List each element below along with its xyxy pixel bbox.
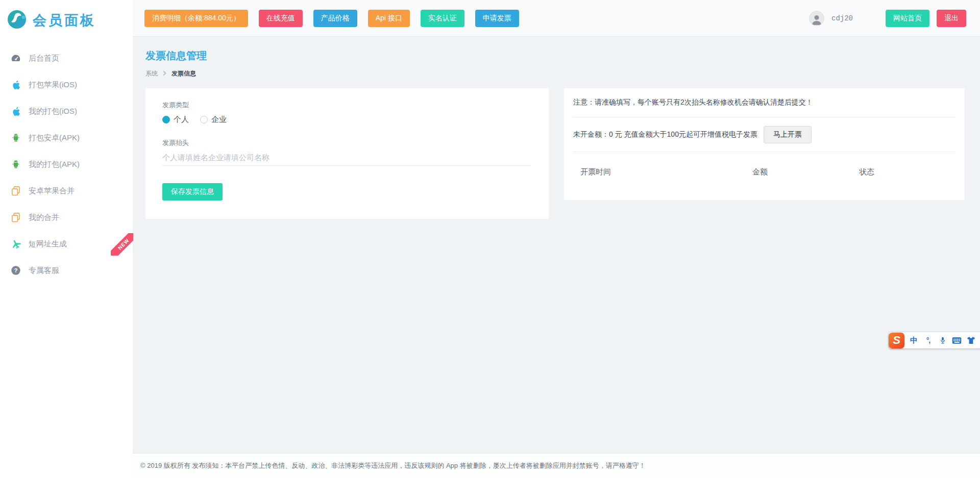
unbilled-row: 未开金额：0 元 充值金额大于100元起可开增值税电子发票 马上开票 <box>573 117 955 152</box>
topbar-buttons: 消费明细（余额:884.00元） 在线充值 产品价格 Api 接口 实名认证 申… <box>144 10 519 27</box>
sidebar-item-support[interactable]: ? 专属客服 <box>0 257 133 284</box>
sogou-logo[interactable]: S <box>889 333 904 348</box>
invoice-type-options: 个人 企业 <box>162 115 532 124</box>
sidebar-nav: 后台首页 打包苹果(iOS) 我的打包(iOS) 打包安卓(APK) 我的打包(… <box>0 41 133 284</box>
breadcrumb-root[interactable]: 系统 <box>145 69 158 78</box>
swirl-logo-icon <box>6 9 28 32</box>
keyboard-icon[interactable] <box>952 335 962 346</box>
topbar-user-area: cdj20 网站首页 退出 <box>809 10 966 27</box>
sidebar-item-label: 后台首页 <box>29 54 59 63</box>
copyright-text: © 2019 版权所有 发布须知：本平台严禁上传色情、反动、政治、非法博彩类等违… <box>140 462 646 469</box>
sidebar-item-dashboard[interactable]: 后台首页 <box>0 45 133 71</box>
radio-selected-icon[interactable] <box>162 116 170 123</box>
sidebar-item-my-apk[interactable]: 我的打包(APK) <box>0 151 133 178</box>
app-title: 会员面板 <box>33 11 96 30</box>
sidebar-item-my-ios[interactable]: 我的打包(iOS) <box>0 98 133 124</box>
product-price-button[interactable]: 产品价格 <box>313 10 357 27</box>
sidebar-item-package-apk[interactable]: 打包安卓(APK) <box>0 124 133 151</box>
bill-now-button[interactable]: 马上开票 <box>764 126 812 143</box>
sidebar-item-package-ios[interactable]: 打包苹果(iOS) <box>0 71 133 98</box>
apple-icon <box>9 106 22 117</box>
invoice-panel-card: 注意：请准确填写，每个账号只有2次抬头名称修改机会请确认清楚后提交！ 未开金额：… <box>564 88 965 200</box>
sidebar-item-label: 打包安卓(APK) <box>29 133 80 143</box>
radio-personal[interactable]: 个人 <box>162 115 189 124</box>
sidebar-item-label: 安卓苹果合并 <box>29 186 75 196</box>
invoice-header-input[interactable] <box>162 149 531 166</box>
punctuation-icon[interactable]: °, <box>923 335 933 346</box>
sidebar-item-merge[interactable]: 安卓苹果合并 <box>0 178 133 204</box>
invoice-notice: 注意：请准确填写，每个账号只有2次抬头名称修改机会请确认清楚后提交！ <box>573 88 955 117</box>
online-recharge-button[interactable]: 在线充值 <box>259 10 303 27</box>
skin-icon[interactable] <box>966 335 976 346</box>
footer: © 2019 版权所有 发布须知：本平台严禁上传色情、反动、政治、非法博彩类等违… <box>133 453 980 478</box>
invoice-type-label: 发票类型 <box>162 100 532 110</box>
invoice-table-header: 开票时间 金额 状态 <box>573 167 955 178</box>
apple-icon <box>9 79 22 90</box>
page-head: 发票信息管理 系统 发票信息 <box>145 49 207 78</box>
sidebar-item-label: 我的打包(iOS) <box>29 107 77 116</box>
topbar: 消费明细（余额:884.00元） 在线充值 产品价格 Api 接口 实名认证 申… <box>133 0 980 37</box>
apply-invoice-button[interactable]: 申请发票 <box>475 10 519 27</box>
chevron-right-icon <box>162 70 167 78</box>
breadcrumb: 系统 发票信息 <box>145 69 207 78</box>
sidebar-item-label: 打包苹果(iOS) <box>29 80 77 90</box>
dashboard-icon <box>9 53 22 64</box>
sidebar-item-label: 短网址生成 <box>29 239 67 249</box>
column-header-amount: 金额 <box>752 167 768 177</box>
real-name-auth-button[interactable]: 实名认证 <box>421 10 464 27</box>
chinese-mode-icon[interactable]: 中 <box>909 335 919 346</box>
invoice-header-label: 发票抬头 <box>162 138 532 147</box>
svg-text:?: ? <box>14 267 18 273</box>
logout-button[interactable]: 退出 <box>937 10 966 27</box>
radio-company[interactable]: 企业 <box>200 115 227 124</box>
username: cdj20 <box>831 14 853 22</box>
merge-icon <box>9 185 22 196</box>
sidebar-item-my-merge[interactable]: 我的合并 <box>0 204 133 231</box>
column-header-time: 开票时间 <box>580 167 611 177</box>
unbilled-amount-text: 未开金额：0 元 充值金额大于100元起可开增值税电子发票 <box>573 130 757 139</box>
page-title: 发票信息管理 <box>145 49 207 63</box>
microphone-icon[interactable] <box>938 335 947 346</box>
invoice-form-card: 发票类型 个人 企业 发票抬头 保存发票信息 <box>145 88 549 219</box>
main-content: 发票信息管理 系统 发票信息 发票类型 个人 企业 发票抬头 保存发票信息 注意… <box>133 37 980 453</box>
radio-unselected-icon[interactable] <box>200 116 208 123</box>
column-header-status: 状态 <box>859 167 874 177</box>
sidebar-item-label: 专属客服 <box>29 266 59 275</box>
site-home-button[interactable]: 网站首页 <box>886 10 929 27</box>
sidebar: 会员面板 后台首页 打包苹果(iOS) 我的打包(iOS) 打包安卓(APK) <box>0 0 133 478</box>
breadcrumb-current: 发票信息 <box>172 69 196 78</box>
merge-icon <box>9 212 22 223</box>
sidebar-item-label: 我的合并 <box>29 213 59 222</box>
ime-toolbar: S 中 °, <box>889 332 980 348</box>
avatar[interactable] <box>809 11 824 26</box>
new-badge: NEW <box>111 233 133 256</box>
api-button[interactable]: Api 接口 <box>368 10 410 27</box>
android-icon <box>9 159 22 170</box>
question-icon: ? <box>9 265 22 276</box>
plane-icon <box>9 238 22 249</box>
sidebar-item-label: 我的打包(APK) <box>29 160 80 169</box>
sidebar-item-short-url[interactable]: 短网址生成 NEW <box>0 231 133 257</box>
android-icon <box>9 132 22 143</box>
consumption-detail-button[interactable]: 消费明细（余额:884.00元） <box>144 10 248 27</box>
save-invoice-button[interactable]: 保存发票信息 <box>162 183 223 200</box>
app-logo[interactable]: 会员面板 <box>0 0 133 41</box>
